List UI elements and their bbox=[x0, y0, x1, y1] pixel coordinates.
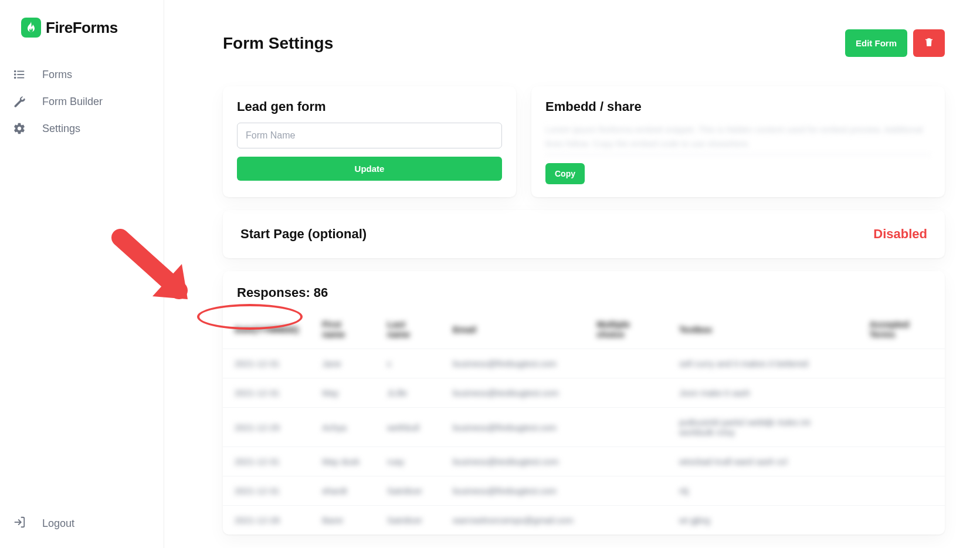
sidebar-item-label: Form Builder bbox=[42, 96, 103, 108]
page-header: Form Settings Edit Form bbox=[223, 29, 945, 57]
sidebar-item-settings[interactable]: Settings bbox=[9, 115, 154, 142]
table-cell: 2021-12-29 bbox=[223, 408, 310, 447]
table-cell: 2021-12-28 bbox=[223, 506, 310, 535]
table-header: Multiple choice bbox=[585, 310, 667, 349]
page-title: Form Settings bbox=[223, 34, 333, 53]
delete-form-button[interactable] bbox=[913, 29, 945, 57]
table-cell bbox=[585, 349, 667, 378]
table-cell bbox=[585, 476, 667, 506]
table-cell: putbusinbl particl webtijk rtules int wo… bbox=[667, 408, 858, 447]
table-row[interactable]: 2021-12-28BarerSatrdicerwarrowitnorcemps… bbox=[223, 506, 945, 535]
table-cell bbox=[858, 408, 945, 447]
table-cell: ehardt bbox=[310, 476, 375, 506]
table-header: Accepted Terms bbox=[858, 310, 945, 349]
flame-icon bbox=[21, 18, 41, 38]
table-cell bbox=[858, 506, 945, 535]
embed-title: Embedd / share bbox=[545, 99, 931, 114]
svg-point-3 bbox=[15, 71, 16, 72]
table-cell: business@firebugtest.com bbox=[441, 349, 585, 378]
brand-logo: FireForms bbox=[9, 18, 154, 55]
table-cell: Achya bbox=[310, 408, 375, 447]
table-cell bbox=[585, 408, 667, 447]
table-header: Last name bbox=[375, 310, 441, 349]
table-cell: Barer bbox=[310, 506, 375, 535]
table-cell bbox=[858, 378, 945, 408]
table-cell: warrowitnorcemps@gmail.com bbox=[441, 506, 585, 535]
svg-point-5 bbox=[15, 77, 16, 79]
table-header: Textbox bbox=[667, 310, 858, 349]
start-page-status: Disabled bbox=[873, 226, 927, 242]
list-icon bbox=[13, 68, 26, 81]
svg-point-4 bbox=[15, 74, 16, 75]
table-cell: business@firebugtest.com bbox=[441, 476, 585, 506]
table-cell: wtocbad trudl ward sash ccl bbox=[667, 447, 858, 476]
table-row[interactable]: 2021-12-31MayJLillebusiness@testbugtest.… bbox=[223, 378, 945, 408]
table-row[interactable]: 2021-12-31May duskruaybusiness@testbugte… bbox=[223, 447, 945, 476]
table-cell: 2021-12-31 bbox=[223, 447, 310, 476]
sidebar-item-form-builder[interactable]: Form Builder bbox=[9, 88, 154, 115]
table-header: Email bbox=[441, 310, 585, 349]
responses-card: Responses: 86 Date(YYMMDD)First nameLast… bbox=[223, 271, 945, 535]
embed-share-card: Embedd / share Lorem ipsum fireforms-emb… bbox=[531, 86, 945, 197]
header-actions: Edit Form bbox=[845, 29, 945, 57]
table-cell: c bbox=[375, 349, 441, 378]
table-cell: Joon make it sash bbox=[667, 378, 858, 408]
start-page-card[interactable]: Start Page (optional) Disabled bbox=[223, 210, 945, 258]
update-form-name-button[interactable]: Update bbox=[237, 157, 502, 181]
table-row[interactable]: 2021-12-31Janecbusiness@firebugtest.coms… bbox=[223, 349, 945, 378]
table-cell: 2021-12-31 bbox=[223, 349, 310, 378]
start-page-title: Start Page (optional) bbox=[240, 226, 367, 242]
table-cell: May dusk bbox=[310, 447, 375, 476]
table-header: Date(YYMMDD) bbox=[223, 310, 310, 349]
edit-form-button[interactable]: Edit Form bbox=[845, 29, 907, 57]
sidebar-item-label: Settings bbox=[42, 123, 80, 135]
table-cell: business@firebugtest.com bbox=[441, 408, 585, 447]
table-cell: wethbull bbox=[375, 408, 441, 447]
responses-table: Date(YYMMDD)First nameLast nameEmailMult… bbox=[223, 310, 945, 535]
embed-code-preview: Lorem ipsum fireforms-embed snippet. Thi… bbox=[545, 123, 931, 155]
table-cell: Satrdicer bbox=[375, 476, 441, 506]
table-cell bbox=[858, 349, 945, 378]
table-cell: rtij bbox=[667, 476, 858, 506]
table-cell: sell curry and it makes it bettered bbox=[667, 349, 858, 378]
wrench-icon bbox=[13, 95, 26, 108]
sidebar-item-forms[interactable]: Forms bbox=[9, 61, 154, 88]
table-cell: ruay bbox=[375, 447, 441, 476]
table-cell: business@testbugtest.com bbox=[441, 378, 585, 408]
sidebar-item-label: Forms bbox=[42, 69, 72, 81]
table-header: First name bbox=[310, 310, 375, 349]
table-cell bbox=[585, 378, 667, 408]
trash-icon bbox=[924, 36, 934, 50]
table-row[interactable]: 2021-12-31ehardtSatrdicerbusiness@firebu… bbox=[223, 476, 945, 506]
responses-title: Responses: 86 bbox=[235, 285, 945, 310]
table-cell bbox=[585, 447, 667, 476]
logout-icon bbox=[13, 516, 26, 532]
table-cell: business@testbugtest.com bbox=[441, 447, 585, 476]
form-name-input[interactable] bbox=[237, 123, 502, 148]
table-cell: 2021-12-31 bbox=[223, 476, 310, 506]
table-cell: JLille bbox=[375, 378, 441, 408]
table-cell: wt gjbrg bbox=[667, 506, 858, 535]
table-cell: 2021-12-31 bbox=[223, 378, 310, 408]
copy-embed-button[interactable]: Copy bbox=[545, 163, 585, 184]
gear-icon bbox=[13, 122, 26, 135]
sidebar-nav: Forms Form Builder Settings bbox=[9, 55, 154, 509]
lead-gen-card: Lead gen form Update bbox=[223, 86, 516, 197]
table-cell bbox=[585, 506, 667, 535]
lead-gen-title: Lead gen form bbox=[237, 99, 502, 114]
table-cell bbox=[858, 476, 945, 506]
brand-name: FireForms bbox=[46, 19, 118, 37]
logout-label: Logout bbox=[42, 517, 74, 530]
main-content: Form Settings Edit Form Lead gen form Up… bbox=[164, 0, 980, 548]
table-cell bbox=[858, 447, 945, 476]
table-cell: Jane bbox=[310, 349, 375, 378]
logout-button[interactable]: Logout bbox=[9, 509, 154, 539]
table-cell: May bbox=[310, 378, 375, 408]
sidebar: FireForms Forms Form Builder Settings bbox=[0, 0, 164, 548]
table-cell: Satrdicer bbox=[375, 506, 441, 535]
table-row[interactable]: 2021-12-29Achyawethbullbusiness@firebugt… bbox=[223, 408, 945, 447]
